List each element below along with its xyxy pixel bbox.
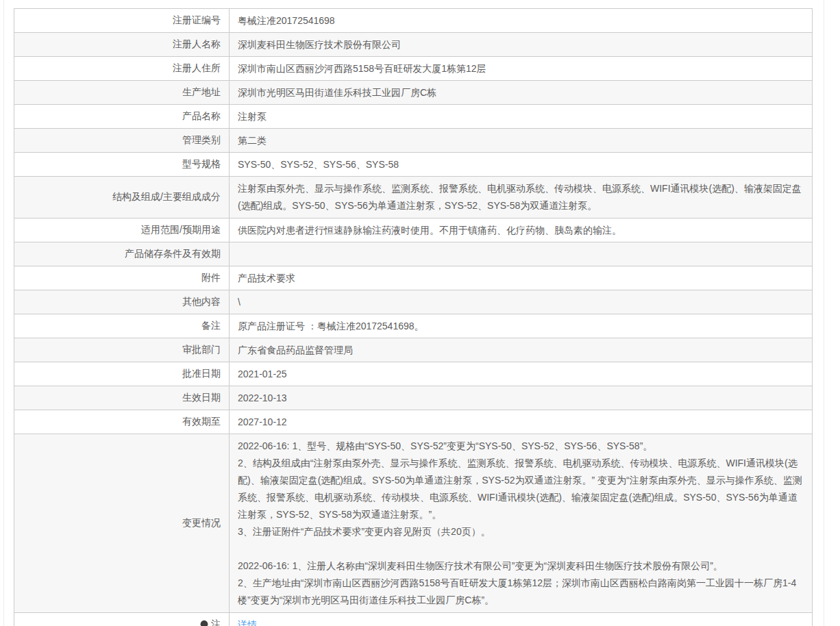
row-registrant-address: 注册人住所 深圳市南山区西丽沙河西路5158号百旺研发大厦1栋第12层	[14, 56, 812, 80]
change-history-text: 2022-06-16: 1、型号、规格由“SYS-50、SYS-52”变更为“S…	[238, 438, 804, 609]
field-label: 批准日期	[14, 362, 230, 386]
field-value: 深圳市光明区马田街道佳乐科技工业园厂房C栋	[230, 81, 812, 104]
field-label: 备注	[14, 314, 230, 338]
row-product-name: 产品名称 注射泵	[14, 104, 812, 128]
note-balloon-icon	[199, 620, 209, 626]
field-label: 注册人住所	[14, 57, 230, 80]
field-value: 注射泵	[230, 105, 812, 128]
field-label: 结构及组成/主要组成成分	[14, 177, 230, 218]
field-label: 有效期至	[14, 410, 230, 434]
field-label: 管理类别	[14, 129, 230, 152]
field-label: 型号规格	[14, 153, 230, 176]
field-label: 附件	[14, 266, 230, 290]
field-value: 深圳市南山区西丽沙河西路5158号百旺研发大厦1栋第12层	[230, 57, 812, 80]
field-label: 生效日期	[14, 386, 230, 410]
field-label: 注册人名称	[14, 33, 230, 56]
field-value: 详情	[230, 613, 812, 626]
row-attachment: 附件 产品技术要求	[14, 266, 812, 290]
field-value: 注射泵由泵外壳、显示与操作系统、监测系统、报警系统、电机驱动系统、传动模块、电源…	[230, 177, 812, 218]
field-value: 粤械注准20172541698	[230, 9, 812, 32]
row-note: 注 详情	[14, 612, 812, 626]
row-remarks: 备注 原产品注册证号 ：粤械注准20172541698。	[14, 314, 812, 338]
row-model-spec: 型号规格 SYS-50、SYS-52、SYS-56、SYS-58	[14, 152, 812, 176]
field-value	[230, 242, 812, 266]
field-value: 2022-10-13	[230, 386, 812, 410]
field-value: 供医院内对患者进行恒速静脉输注药液时使用。不用于镇痛药、化疗药物、胰岛素的输注。	[230, 218, 812, 242]
field-label: 适用范围/预期用途	[14, 218, 230, 242]
row-intended-use: 适用范围/预期用途 供医院内对患者进行恒速静脉输注药液时使用。不用于镇痛药、化疗…	[14, 218, 812, 242]
field-label: 变更情况	[14, 434, 230, 612]
field-label: 注	[14, 613, 230, 626]
field-value: 2022-06-16: 1、型号、规格由“SYS-50、SYS-52”变更为“S…	[230, 434, 812, 612]
field-value: 2027-10-12	[230, 410, 812, 434]
field-value: 2021-01-25	[230, 362, 812, 386]
row-approval-date: 批准日期 2021-01-25	[14, 362, 812, 386]
field-value: SYS-50、SYS-52、SYS-56、SYS-58	[230, 153, 812, 176]
field-value-text: 注射泵由泵外壳、显示与操作系统、监测系统、报警系统、电机驱动系统、传动模块、电源…	[238, 180, 804, 214]
row-cert-number: 注册证编号 粤械注准20172541698	[14, 9, 812, 32]
row-change-history: 变更情况 2022-06-16: 1、型号、规格由“SYS-50、SYS-52”…	[14, 434, 812, 612]
row-approval-department: 审批部门 广东省食品药品监督管理局	[14, 338, 812, 362]
note-label-text: 注	[211, 618, 221, 626]
field-value: 广东省食品药品监督管理局	[230, 338, 812, 362]
details-link[interactable]: 详情	[238, 618, 257, 626]
field-label: 产品储存条件及有效期	[14, 242, 230, 266]
row-storage-conditions: 产品储存条件及有效期	[14, 242, 812, 266]
row-management-category: 管理类别 第二类	[14, 128, 812, 152]
row-registrant-name: 注册人名称 深圳麦科田生物医疗技术股份有限公司	[14, 32, 812, 56]
field-label: 生产地址	[14, 81, 230, 104]
field-value: \	[230, 290, 812, 314]
registration-info-table: 注册证编号 粤械注准20172541698 注册人名称 深圳麦科田生物医疗技术股…	[14, 8, 813, 626]
field-value: 原产品注册证号 ：粤械注准20172541698。	[230, 314, 812, 338]
row-structure-composition: 结构及组成/主要组成成分 注射泵由泵外壳、显示与操作系统、监测系统、报警系统、电…	[14, 176, 812, 218]
field-label: 其他内容	[14, 290, 230, 314]
field-label: 审批部门	[14, 338, 230, 362]
page-container: 注册证编号 粤械注准20172541698 注册人名称 深圳麦科田生物医疗技术股…	[3, 0, 824, 626]
row-other-content: 其他内容 \	[14, 290, 812, 314]
row-effective-date: 生效日期 2022-10-13	[14, 386, 812, 410]
field-value: 深圳麦科田生物医疗技术股份有限公司	[230, 33, 812, 56]
row-expiry-date: 有效期至 2027-10-12	[14, 410, 812, 434]
field-value: 产品技术要求	[230, 266, 812, 290]
field-label: 注册证编号	[14, 9, 230, 32]
row-production-address: 生产地址 深圳市光明区马田街道佳乐科技工业园厂房C栋	[14, 80, 812, 104]
field-label: 产品名称	[14, 105, 230, 128]
field-value: 第二类	[230, 129, 812, 152]
